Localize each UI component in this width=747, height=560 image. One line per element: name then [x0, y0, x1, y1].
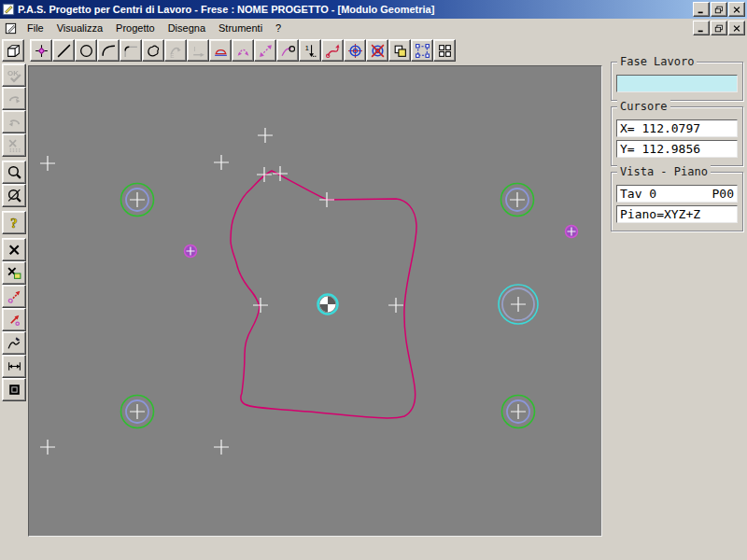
menu-item-disegna[interactable]: Disegna — [162, 21, 212, 35]
fillet-button[interactable] — [120, 39, 142, 62]
clear-points-icon — [7, 137, 22, 153]
menu-item-visualizza[interactable]: Visualizza — [50, 21, 109, 35]
confirm-ok-button: OK — [2, 63, 26, 87]
curve-point-icon — [280, 43, 296, 59]
point-cross — [130, 192, 145, 207]
cursore-label: Cursore — [617, 100, 670, 113]
point-cross — [511, 297, 526, 312]
copy-icon — [392, 43, 408, 59]
menu-item-strumenti[interactable]: Strumenti — [212, 21, 269, 35]
numbering-button[interactable]: 1 — [299, 39, 321, 62]
selection-button[interactable] — [411, 39, 433, 62]
point-icon — [34, 43, 49, 59]
copy-button[interactable] — [388, 39, 411, 62]
zoom-button[interactable] — [2, 161, 26, 184]
mdi-minimize-button[interactable] — [693, 21, 710, 35]
fase-lavoro-field[interactable] — [616, 75, 738, 92]
svg-text:?: ? — [10, 216, 17, 231]
restore-button[interactable] — [711, 2, 727, 17]
profile-icon — [146, 43, 162, 59]
point-cross — [273, 166, 288, 181]
view-3d-button[interactable] — [2, 39, 24, 62]
circle-icon — [78, 43, 94, 59]
arc-direction-button[interactable] — [232, 39, 254, 62]
move-start-icon — [7, 288, 22, 304]
cube-icon — [6, 43, 21, 59]
circle-button[interactable] — [75, 39, 97, 62]
cursore-group: Cursore X= 112.0797 Y= 112.9856 — [611, 106, 743, 166]
svg-text:I: I — [193, 44, 195, 52]
path-direction-button[interactable] — [321, 39, 344, 62]
vista-piano-label: Vista - Piano — [617, 165, 711, 178]
delete-element-button[interactable] — [2, 261, 26, 285]
app-icon[interactable] — [2, 3, 15, 16]
close-icon — [732, 6, 741, 14]
drawing-canvas[interactable] — [28, 65, 602, 537]
point-cross — [388, 298, 403, 313]
pocket-button[interactable] — [209, 39, 232, 62]
profile-button[interactable] — [142, 39, 164, 62]
measure-icon — [7, 358, 22, 374]
tile-windows-button[interactable] — [433, 39, 456, 62]
arc-direction-icon — [235, 43, 251, 59]
profile-entry-icon: E — [168, 43, 184, 59]
arc-icon — [101, 43, 117, 59]
delete-element-icon — [7, 265, 22, 281]
line-direction-icon — [258, 43, 274, 59]
move-start-button[interactable] — [2, 285, 26, 308]
document-icon[interactable] — [4, 21, 18, 35]
point-cross — [253, 298, 268, 313]
spline-icon — [7, 335, 22, 351]
undo-icon — [7, 114, 22, 130]
menu-item-file[interactable]: File — [21, 21, 50, 35]
svg-text:OK: OK — [7, 69, 19, 77]
fase-lavoro-label: Fase Lavoro — [617, 55, 697, 68]
point-cross — [511, 404, 526, 419]
point-cross — [130, 404, 145, 419]
close-button[interactable] — [728, 2, 745, 17]
measure-button[interactable] — [2, 355, 26, 378]
piano-number: P00 — [712, 186, 734, 202]
piano-field: Piano=XYZ+Z — [616, 205, 738, 223]
delete-button[interactable] — [2, 238, 26, 261]
curve-point-button[interactable] — [276, 39, 299, 62]
point-cross — [258, 128, 273, 143]
move-end-button[interactable] — [2, 308, 26, 331]
snap-target-button[interactable] — [344, 39, 366, 62]
spline-button[interactable] — [2, 331, 26, 355]
target-icon — [347, 43, 363, 59]
point-button[interactable] — [30, 39, 52, 62]
zoom-icon — [7, 164, 22, 180]
profile-exit-button: I — [187, 39, 209, 62]
menu-item-progetto[interactable]: Progetto — [109, 21, 162, 35]
snap-target-off-button[interactable] — [366, 39, 388, 62]
delete-icon — [7, 242, 22, 258]
help-button[interactable]: ? — [2, 211, 26, 234]
line-button[interactable] — [52, 39, 75, 62]
side-panel: Fase Lavoro Cursore X= 112.0797 Y= 112.9… — [609, 58, 745, 237]
point-cross — [510, 192, 525, 207]
tav-value: Tav 0 — [620, 186, 656, 202]
svg-text:1: 1 — [304, 43, 308, 51]
cursor-x-field: X= 112.0797 — [616, 119, 738, 137]
minimize-button[interactable] — [693, 2, 710, 17]
point-cross — [214, 155, 229, 170]
clear-points-button — [2, 133, 26, 157]
redo-button — [2, 87, 26, 110]
arc-button[interactable] — [97, 39, 120, 62]
menu-item-help[interactable]: ? — [269, 21, 288, 35]
filled-square-button[interactable] — [2, 378, 26, 401]
dome-icon — [213, 43, 229, 59]
zoom-previous-button[interactable] — [2, 184, 26, 207]
tile-windows-icon — [437, 43, 453, 59]
point-cross — [40, 156, 55, 171]
point-cross — [319, 192, 334, 207]
fase-lavoro-group: Fase Lavoro — [611, 62, 743, 101]
help-icon: ? — [7, 215, 22, 231]
title-bar: P.A.S. Progetto per Centri di Lavoro - F… — [0, 0, 747, 19]
line-direction-button[interactable] — [254, 39, 276, 62]
mdi-close-button[interactable] — [728, 21, 745, 35]
mdi-restore-button[interactable] — [711, 21, 727, 35]
restore-icon — [714, 6, 724, 14]
point-cross — [40, 440, 55, 455]
